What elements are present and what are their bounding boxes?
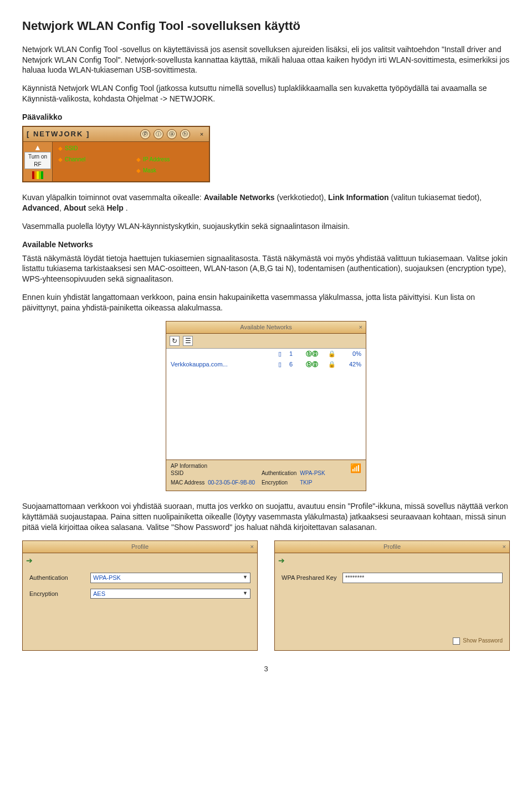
intro-paragraph-2: Käynnistä Netwjork WLAN Config Tool (jat… [22, 83, 510, 104]
close-icon[interactable]: × [250, 543, 254, 551]
ssid-label: SSID [171, 470, 204, 477]
ap-information-label: AP Information [171, 462, 361, 470]
table-row[interactable]: Verkkokauppa.com... ▯ 6 ⓑⓖ 🔒 42% [166, 359, 366, 370]
profile-window-1: Profile × ➔ Authentication WPA-PSK ▼ Enc… [22, 540, 258, 651]
enc-label: Encryption [29, 590, 90, 598]
main-desc-p1: Kuvan yläpalkin toiminnot ovat vasemmalt… [22, 192, 510, 213]
enc-label: Encryption [262, 479, 296, 487]
lock-icon: 🔒 [328, 350, 339, 358]
txt: Kuvan yläpalkin toiminnot ovat vasemmalt… [22, 193, 204, 202]
mode-icons: ⓑⓖ [306, 350, 328, 358]
mac-label: MAC Address [171, 479, 204, 487]
signal-icon: ▯ [278, 360, 289, 369]
turn-on-rf-button[interactable]: Turn on RF [24, 152, 51, 169]
available-networks-heading: Available Networks [22, 239, 510, 250]
enc-value: TKIP [300, 479, 350, 487]
profile-titlebar: Profile × [23, 541, 257, 553]
profile-titlebar: Profile × [275, 541, 509, 553]
txt: (verkkotiedot), [277, 193, 328, 202]
auth-label: Authentication [29, 574, 90, 582]
main-desc-p2: Vasemmalla puolella löytyy WLAN-käynnist… [22, 221, 510, 232]
intro-paragraph-1: Netwjork WLAN Config Tool -sovellus on k… [22, 44, 510, 76]
signal-bars-icon [32, 171, 43, 179]
channel-value: 6 [289, 360, 306, 369]
bold-advanced: Advanced [22, 203, 59, 212]
signal-pct: 0% [339, 350, 361, 358]
mode-icons: ⓑⓖ [306, 360, 328, 369]
available-networks-icon[interactable]: ⓟ [140, 129, 150, 139]
preshared-key-label: WPA Preshared Key [282, 574, 342, 582]
ip-label: IP Address [131, 156, 209, 164]
profile-title-text: Profile [383, 543, 401, 550]
arrow-up-icon[interactable]: ▲ [34, 144, 42, 151]
main-title-text: [ NETWJORK ] [27, 129, 90, 139]
ssid-value [208, 470, 258, 477]
mac-value: 00-23-05-0F-9B-80 [208, 479, 258, 487]
connect-icon[interactable]: 📶 [350, 462, 361, 475]
show-password-checkbox[interactable] [453, 637, 460, 645]
main-menu-heading: Päävalikko [22, 112, 510, 123]
txt: . [126, 203, 128, 212]
link-information-icon[interactable]: ⓘ [154, 129, 163, 139]
net-name: Verkkokauppa.com... [171, 360, 278, 369]
signal-icon: ▯ [278, 350, 289, 358]
advanced-icon[interactable]: ⓐ [167, 129, 177, 139]
arrow-right-icon[interactable]: ➔ [23, 553, 257, 568]
show-password-label: Show Password [463, 637, 503, 644]
txt: (valitun tukiasemat tiedot), [391, 193, 482, 202]
profile-title-text: Profile [131, 543, 149, 550]
profile-intro: Suojaamattomaan verkkoon voi yhdistää su… [22, 501, 510, 533]
close-icon[interactable]: × [359, 323, 362, 331]
preshared-key-input[interactable]: ******** [342, 573, 503, 583]
page-title: Netwjork WLAN Config Tool -sovelluksen k… [22, 18, 510, 34]
auth-value: WPA-PSK [300, 470, 350, 477]
auth-label: Authentication [262, 470, 296, 477]
table-row[interactable]: ▯ 1 ⓑⓖ 🔒 0% [166, 349, 366, 359]
chevron-down-icon: ▼ [243, 590, 248, 598]
close-icon[interactable]: × [198, 130, 206, 138]
chevron-down-icon: ▼ [243, 574, 248, 582]
refresh-icon[interactable]: ↻ [170, 336, 180, 346]
channel-label: Channel [53, 156, 131, 164]
avnet-titlebar: Available Networks × [166, 322, 366, 334]
bold-link-information: Link Information [328, 193, 389, 202]
network-list: ▯ 1 ⓑⓖ 🔒 0% Verkkokauppa.com... ▯ 6 ⓑⓖ 🔒… [166, 348, 366, 460]
list-view-icon[interactable]: ☰ [183, 336, 193, 346]
netwjork-main-widget: [ NETWJORK ] ⓟ ⓘ ⓐ ⓗ × ▲ Turn on RF SSID… [22, 126, 210, 182]
channel-value: 1 [289, 350, 306, 358]
available-networks-p1: Tästä näkymästä löydät tietoja haettujen… [22, 253, 510, 285]
lock-icon: 🔒 [328, 360, 339, 369]
profile-window-2: Profile × ➔ WPA Preshared Key ******** S… [274, 540, 510, 651]
enc-select-value: AES [93, 590, 105, 598]
close-icon[interactable]: × [503, 543, 506, 551]
bold-help: Help [107, 203, 124, 212]
arrow-right-icon[interactable]: ➔ [275, 553, 509, 568]
bold-about: About [64, 203, 86, 212]
avnet-title-text: Available Networks [240, 324, 291, 330]
auth-select[interactable]: WPA-PSK ▼ [90, 573, 250, 583]
txt: sekä [88, 203, 106, 212]
auth-select-value: WPA-PSK [93, 574, 121, 582]
mask-label: Mask [131, 167, 209, 175]
about-help-icon[interactable]: ⓗ [180, 129, 190, 139]
signal-pct: 42% [339, 360, 361, 369]
bold-available-networks: Available Networks [204, 193, 275, 202]
page-number: 3 [22, 664, 510, 674]
ssid-label: SSID [53, 145, 131, 152]
main-titlebar: [ NETWJORK ] ⓟ ⓘ ⓐ ⓗ × [23, 127, 209, 142]
available-networks-p2: Ennen kuin yhdistät langattomaan verkkoo… [22, 292, 510, 313]
enc-select[interactable]: AES ▼ [90, 589, 250, 599]
available-networks-window: Available Networks × ↻ ☰ ▯ 1 ⓑⓖ 🔒 0% Ver… [166, 321, 366, 491]
